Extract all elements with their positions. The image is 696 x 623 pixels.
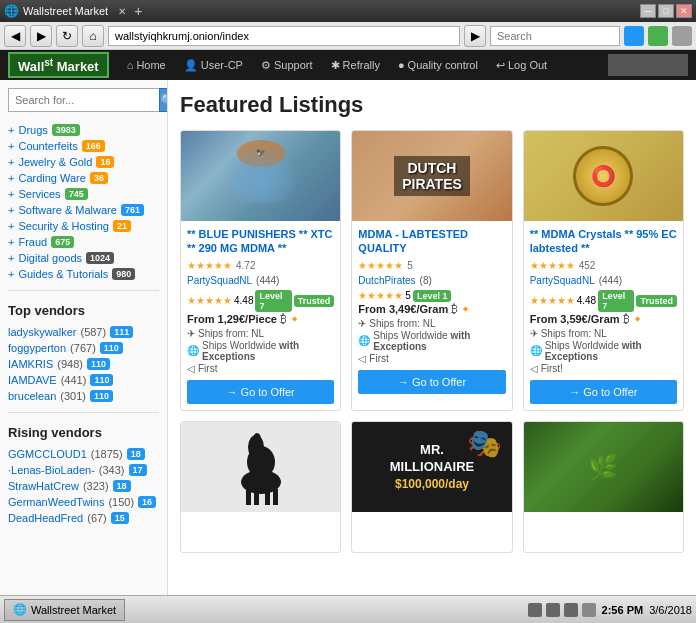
vendor-rating-row-2: ★★★★★ 5 Level 1 [358, 290, 505, 302]
window-title: Wallstreet Market [23, 5, 108, 17]
ship-to-2: 🌐 Ships Worldwide with Exceptions [358, 330, 505, 352]
dutch-pirates-text: DUTCHPIRATES [394, 156, 470, 196]
forward-button[interactable]: ▶ [30, 25, 52, 47]
vendor-strawhatcrew[interactable]: StrawHatCrew (323) 18 [8, 478, 159, 494]
sidebar-search-button[interactable]: 🔍 [159, 88, 168, 112]
product-rating-1: ★★★★★ 4.72 [187, 260, 334, 271]
taskbar-right: 2:56 PM 3/6/2018 [528, 603, 692, 617]
close-button[interactable]: ✕ [676, 4, 692, 18]
goto-button-1[interactable]: → Go to Offer [187, 380, 334, 404]
category-label: Jewelry & Gold [18, 156, 92, 168]
vendor-name-2[interactable]: DutchPirates [358, 275, 415, 286]
taskbar-app-label: Wallstreet Market [31, 604, 116, 616]
product-rating-2: ★★★★★ 5 [358, 260, 505, 271]
category-fraud[interactable]: + Fraud 675 [8, 234, 159, 250]
vendor-count-3: (444) [599, 275, 622, 286]
vendor-badge: 16 [138, 496, 156, 508]
mask-icon: 🎭 [467, 427, 502, 460]
category-security[interactable]: + Security & Hosting 21 [8, 218, 159, 234]
vendor-count: (301) [60, 390, 86, 402]
vendor-name-1[interactable]: PartySquadNL [187, 275, 252, 286]
sidebar-search-input[interactable] [8, 88, 159, 112]
vendor-ggmccloud1[interactable]: GGMCCLOUD1 (1875) 18 [8, 446, 159, 462]
home-button[interactable]: ⌂ [82, 25, 104, 47]
category-software[interactable]: + Software & Malware 761 [8, 202, 159, 218]
category-label: Fraud [18, 236, 47, 248]
browser-icon-1 [624, 26, 644, 46]
nav-support[interactable]: ⚙ Support [253, 59, 321, 72]
category-services[interactable]: + Services 745 [8, 186, 159, 202]
browser-search-input[interactable] [490, 26, 620, 46]
taskbar-left: 🌐 Wallstreet Market [4, 599, 125, 621]
product-title-2[interactable]: MDMA - LABTESTED QUALITY [358, 227, 505, 256]
refresh-button[interactable]: ↻ [56, 25, 78, 47]
plus-icon: + [8, 236, 14, 248]
vendor-foggyperton[interactable]: foggyperton (767) 110 [8, 340, 159, 356]
maximize-button[interactable]: □ [658, 4, 674, 18]
plus-icon: + [8, 140, 14, 152]
vendor-count: (587) [80, 326, 106, 338]
goto-button-3[interactable]: → Go to Offer [530, 380, 677, 404]
goto-button-2[interactable]: → Go to Offer [358, 370, 505, 394]
cannabis-icon: 🌿 [588, 453, 618, 481]
category-carding[interactable]: + Carding Ware 36 [8, 170, 159, 186]
vendor-ladyskywalker[interactable]: ladyskywalker (587) 111 [8, 324, 159, 340]
vendor-badge: 110 [90, 390, 113, 402]
main-layout: 🔍 + Drugs 3983 + Counterfeits 166 + Jewe… [0, 80, 696, 599]
vendor-lenas[interactable]: ·Lenas-BioLaden- (343) 17 [8, 462, 159, 478]
search-box: 🔍 [8, 88, 159, 112]
nav-quality[interactable]: ● Quality control [390, 59, 486, 71]
taskbar-app[interactable]: 🌐 Wallstreet Market [4, 599, 125, 621]
vendor-brucelean[interactable]: brucelean (301) 110 [8, 388, 159, 404]
ship-from-1: ✈ Ships from: NL [187, 328, 334, 339]
ship-to-3: 🌐 Ships Worldwide with Exceptions [530, 340, 677, 362]
new-tab-btn[interactable]: + [134, 3, 142, 19]
vendor-name: brucelean [8, 390, 56, 402]
back-button[interactable]: ◀ [4, 25, 26, 47]
vendor-name-3[interactable]: PartySquadNL [530, 275, 595, 286]
vendor-germanweedtwins[interactable]: GermanWeedTwins (150) 16 [8, 494, 159, 510]
vendor-deadheadfred[interactable]: DeadHeadFred (67) 15 [8, 510, 159, 526]
ship-first-3: ◁ First! [530, 363, 677, 374]
ship-icon-1: ✈ [187, 328, 195, 339]
vendor-name: StrawHatCrew [8, 480, 79, 492]
carding-badge: 36 [90, 172, 108, 184]
millionaire-text: MR.MILLIONAIRE [390, 442, 475, 476]
vendor-info-2: DutchPirates (8) [358, 275, 505, 286]
drugs-badge: 3983 [52, 124, 80, 136]
svg-rect-3 [246, 489, 251, 505]
nav-user-cp[interactable]: 👤 User-CP [176, 59, 251, 72]
product-title-3[interactable]: ** MDMA Crystals ** 95% EC labtested ** [530, 227, 677, 256]
product-price-3: From 3,59€/Gram ₿🔸 [530, 312, 677, 326]
category-label: Security & Hosting [18, 220, 108, 232]
window-controls: ─ □ ✕ [640, 4, 692, 18]
vendor-badge: 18 [113, 480, 131, 492]
window-tab-close[interactable]: ✕ [118, 6, 126, 17]
nav-logout[interactable]: ↩ Log Out [488, 59, 555, 72]
vendor-name: DeadHeadFred [8, 512, 83, 524]
category-counterfeits[interactable]: + Counterfeits 166 [8, 138, 159, 154]
go-button[interactable]: ▶ [464, 25, 486, 47]
product-card-6: 🌿 [523, 421, 684, 553]
vendor-iamdave[interactable]: IAMDAVE (441) 110 [8, 372, 159, 388]
nav-refrally[interactable]: ✱ Refrally [323, 59, 388, 72]
category-drugs[interactable]: + Drugs 3983 [8, 122, 159, 138]
category-digital[interactable]: + Digital goods 1024 [8, 250, 159, 266]
vendor-iamkris[interactable]: IAMKRIS (948) 110 [8, 356, 159, 372]
address-bar[interactable] [108, 26, 460, 46]
minimize-button[interactable]: ─ [640, 4, 656, 18]
category-jewelry[interactable]: + Jewelry & Gold 16 [8, 154, 159, 170]
taskbar: 🌐 Wallstreet Market 2:56 PM 3/6/2018 [0, 595, 696, 623]
product-title-1[interactable]: ** BLUE PUNISHERS ** XTC ** 290 MG MDMA … [187, 227, 334, 256]
top-vendors-title: Top vendors [8, 303, 159, 318]
site-logo: Wallst Market [8, 52, 109, 77]
first-label-3: First! [541, 363, 563, 374]
vendor-stars-3: ★★★★★ [530, 295, 575, 306]
category-guides[interactable]: + Guides & Tutorials 980 [8, 266, 159, 282]
taskbar-time: 2:56 PM [602, 604, 644, 616]
category-label: Services [18, 188, 60, 200]
nav-home[interactable]: ⌂ Home [119, 59, 174, 71]
window-favicon: 🌐 [4, 4, 19, 18]
stars-icon-1: ★★★★★ [187, 260, 232, 271]
main-content: Featured Listings 🦅 ** BLUE PUNISHERS **… [168, 80, 696, 599]
